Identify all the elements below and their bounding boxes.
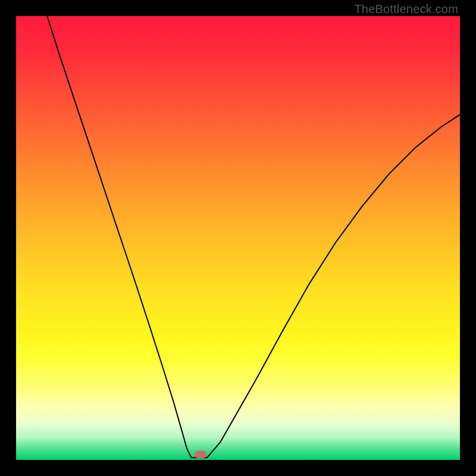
watermark-text: TheBottleneck.com [354,2,458,16]
chart-frame: TheBottleneck.com [0,0,476,476]
optimal-point-marker [195,451,206,459]
bottleneck-curve [16,16,460,460]
